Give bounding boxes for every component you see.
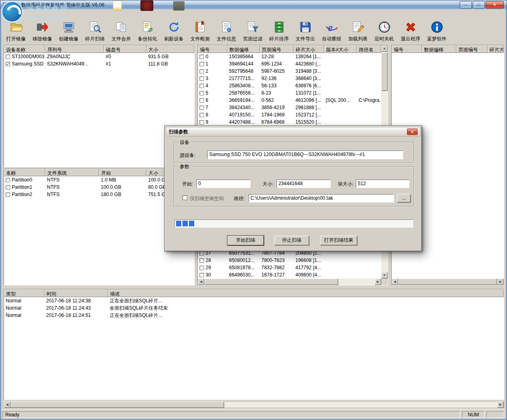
- horizontal-scrollbar[interactable]: ◀ ▶: [198, 279, 381, 285]
- free-space-checkbox[interactable]: [182, 195, 187, 200]
- fragment-checkbox[interactable]: [199, 69, 204, 74]
- dialog-close-button[interactable]: ×: [407, 129, 418, 135]
- partition-checkbox[interactable]: [6, 178, 10, 182]
- fragment-row[interactable]: 944207488...6784-69681515520 [...: [198, 118, 381, 126]
- start-input[interactable]: 0: [196, 179, 250, 188]
- dialog-title-bar[interactable]: 扫描参数 ×: [166, 127, 420, 137]
- column-header[interactable]: 开始: [99, 169, 146, 176]
- toolbar-button-load-list[interactable]: 加载列表: [345, 19, 371, 44]
- fragment-checkbox[interactable]: [199, 84, 204, 88]
- fragment-checkbox[interactable]: [199, 55, 204, 59]
- start-scan-button[interactable]: 开始扫描: [227, 236, 264, 245]
- toolbar-button-remove-image[interactable]: 移除镜像: [29, 19, 55, 44]
- stop-scan-button[interactable]: 停止扫描: [274, 236, 309, 245]
- column-header[interactable]: 时间: [45, 289, 108, 297]
- toolbar-button-backup-convert[interactable]: 备份转化: [134, 19, 161, 44]
- toolbar-button-exit-program[interactable]: 退出程序: [397, 19, 424, 44]
- fragment-row[interactable]: 2965081978...7832-7882417792 [4...: [198, 264, 381, 271]
- scroll-left-icon[interactable]: ◀: [198, 279, 204, 285]
- column-header[interactable]: 页面编号: [456, 45, 488, 53]
- scroll-left-icon[interactable]: ◀: [392, 279, 398, 285]
- scroll-right-icon[interactable]: ▶: [375, 279, 381, 285]
- browse-button[interactable]: ...: [397, 194, 411, 203]
- device-row[interactable]: ✓Samsung SSD ... S32KNWAH4049... #1 111.…: [4, 60, 194, 68]
- size-input[interactable]: 234441648: [276, 179, 331, 188]
- toolbar-button-file-merge[interactable]: 文件合并: [108, 19, 134, 44]
- toolbar-button-about-software[interactable]: 蓝梦软件: [424, 19, 450, 44]
- column-header[interactable]: 页面编号: [260, 45, 294, 53]
- fragment-row[interactable]: 25927956485987-6025319488 [3...: [198, 68, 381, 75]
- fragment-checkbox[interactable]: [199, 251, 204, 255]
- column-header[interactable]: 类型: [4, 289, 45, 297]
- fragment-checkbox[interactable]: [199, 91, 204, 95]
- column-header[interactable]: 编号: [392, 45, 422, 53]
- fragment-row[interactable]: 840719150...1784-19691523712 [...: [198, 111, 381, 118]
- scroll-left-icon[interactable]: ◀: [4, 401, 11, 408]
- device-row[interactable]: ST1000DM003... Z9A0NJJC #0 931.5 GB: [4, 53, 194, 60]
- column-header[interactable]: 名称: [4, 169, 45, 176]
- partition-checkbox[interactable]: [6, 185, 10, 190]
- column-header[interactable]: 路径名: [357, 45, 381, 53]
- toolbar-button-page-filter[interactable]: 页面过滤: [240, 19, 266, 44]
- fragment-row[interactable]: 2865080012...7800-7823196608 [1...: [198, 257, 381, 264]
- column-header[interactable]: 序列号: [45, 45, 104, 53]
- column-header[interactable]: 数据偏移: [422, 45, 456, 53]
- column-header[interactable]: 设备名称: [4, 45, 45, 53]
- scroll-up-icon[interactable]: ▲: [381, 45, 388, 52]
- column-header[interactable]: 磁盘号: [104, 45, 146, 53]
- fragment-checkbox[interactable]: [199, 120, 204, 125]
- toolbar-button-refresh-device[interactable]: 刷新设备: [161, 19, 187, 44]
- log-row[interactable]: Normal2017-06-18 11:24:38正在全面扫描SQL碎片...: [4, 297, 504, 304]
- toolbar-button-open-image[interactable]: 打开镜像: [3, 19, 29, 44]
- fragment-row[interactable]: 1394694144695-12344423680 [...: [198, 60, 381, 68]
- source-device-field[interactable]: Samsung SSD 750 EVO 120GBMAT01B6Q---S32K…: [207, 150, 403, 159]
- fragment-checkbox[interactable]: [199, 258, 204, 263]
- toolbar-button-file-info[interactable]: 文件信息: [213, 19, 240, 44]
- path-input[interactable]: C:\Users\Administrator\Desktop\00.tak: [248, 194, 394, 203]
- fragment-row[interactable]: 525876556...8-23131072 [1...: [198, 89, 381, 97]
- scrollbar-thumb[interactable]: [398, 279, 497, 285]
- column-header[interactable]: 大小: [146, 45, 194, 53]
- scroll-right-icon[interactable]: ▶: [497, 401, 504, 408]
- device-checkbox[interactable]: ✓: [6, 62, 10, 66]
- horizontal-scrollbar[interactable]: ◀ ▶: [392, 279, 504, 285]
- fragment-row[interactable]: 321777715...92-136368640 [3...: [198, 75, 381, 82]
- column-header[interactable]: 描述: [108, 289, 504, 297]
- scrollbar-thumb[interactable]: [11, 401, 224, 408]
- fragment-row[interactable]: 738424340...3856-42192981888 [...: [198, 104, 381, 111]
- fragment-checkbox[interactable]: [199, 273, 204, 277]
- fragment-checkbox[interactable]: [199, 106, 204, 110]
- column-header[interactable]: 数据偏移: [227, 45, 260, 53]
- fragment-row[interactable]: 015038566412-28139264 [1...: [198, 53, 381, 60]
- open-results-button[interactable]: 打开扫描结果: [320, 236, 357, 245]
- toolbar-button-fragment-scan[interactable]: 碎片扫描: [82, 19, 108, 44]
- toolbar-button-file-check[interactable]: 文件检测: [187, 19, 213, 44]
- scrollbar-thumb[interactable]: [205, 279, 338, 285]
- fragment-row[interactable]: 425863408...56-133638976 [6...: [198, 82, 381, 89]
- device-checkbox[interactable]: [6, 55, 10, 59]
- toolbar-button-create-image[interactable]: 创建镜像: [55, 19, 82, 44]
- partition-checkbox[interactable]: [6, 192, 10, 197]
- fragment-checkbox[interactable]: [199, 62, 204, 66]
- toolbar-button-auto-rebuild[interactable]: e自动重组: [318, 19, 345, 44]
- column-header[interactable]: 编号: [198, 45, 227, 53]
- toolbar-button-file-export[interactable]: 文件导出: [292, 19, 318, 44]
- fragment-checkbox[interactable]: [199, 113, 204, 117]
- fragment-checkbox[interactable]: [199, 266, 204, 270]
- column-header[interactable]: 碎片大小: [294, 45, 324, 53]
- block-size-input[interactable]: 512: [356, 179, 409, 188]
- minimize-button[interactable]: –: [460, 1, 472, 8]
- toolbar-button-fragment-sort[interactable]: 碎片排序: [266, 19, 292, 44]
- fragment-checkbox[interactable]: [199, 98, 204, 103]
- scroll-down-icon[interactable]: ▼: [381, 272, 388, 279]
- log-row[interactable]: Normal2017-06-18 11:24:43全面扫描SQL碎片任务结束: [4, 304, 504, 312]
- column-header[interactable]: 文件系统: [45, 169, 99, 176]
- scrollbar-thumb[interactable]: [381, 52, 388, 91]
- fragment-checkbox[interactable]: [199, 76, 204, 81]
- column-header[interactable]: 版本#大小: [324, 45, 357, 53]
- close-button[interactable]: ×: [486, 1, 504, 8]
- log-row[interactable]: Normal2017-06-18 11:24:51正在全面扫描SQL碎片...: [4, 312, 504, 319]
- bottom-horizontal-scrollbar[interactable]: ◀ ▶: [4, 401, 504, 408]
- column-header[interactable]: 碎片大...: [488, 45, 504, 53]
- fragment-row[interactable]: 3066496030...1678-1727409600 [4...: [198, 271, 381, 279]
